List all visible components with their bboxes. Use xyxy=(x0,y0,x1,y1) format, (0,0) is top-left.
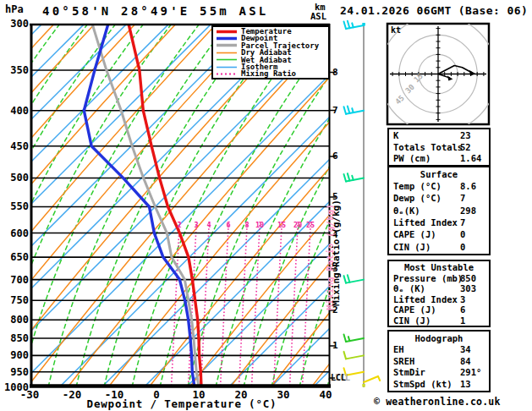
table-row: SREH84 xyxy=(389,356,489,367)
datetime-title: 24.01.2026 06GMT (Base: 06) xyxy=(340,4,528,17)
pressure-tick-label: 550 xyxy=(1,200,29,212)
pressure-tick-label: 900 xyxy=(1,349,29,361)
table-row: PW (cm)1.64 xyxy=(389,153,489,164)
mixing-ratio-value-label: 10 xyxy=(252,221,267,229)
table-row-value: 7 xyxy=(460,193,465,204)
table-row-value: 298 xyxy=(460,206,476,216)
pressure-axis-unit: hPa xyxy=(5,3,24,15)
pressure-tick-label: 850 xyxy=(1,332,29,344)
pressure-tick-label: 400 xyxy=(1,105,29,117)
km-tick-label: 6 xyxy=(332,151,338,162)
table-row-value: 13 xyxy=(460,379,471,390)
skewt-sounding-app: 153045 234681015202530035040045050055060… xyxy=(0,0,532,411)
table-row-label: EH xyxy=(393,344,404,354)
table-row-label: Temp (°C) xyxy=(393,181,442,191)
table-row-value: 52 xyxy=(460,142,471,153)
table-row-value: 8.6 xyxy=(460,181,476,192)
pressure-tick-label: 700 xyxy=(1,274,29,286)
table-row-label: Pressure (mb) xyxy=(393,273,463,283)
table-row-label: θₑ(K) xyxy=(393,206,420,216)
table-row: θₑ(K)298 xyxy=(389,206,489,216)
table-row-value: 3 xyxy=(460,294,465,305)
mixing-ratio-axis-label: Mixing Ratio (g/kg) xyxy=(331,200,342,306)
table-row-value: 850 xyxy=(460,273,476,284)
km-tick-label: 8 xyxy=(332,67,338,78)
pressure-tick-label: 500 xyxy=(1,172,29,184)
table-row: EH34 xyxy=(389,344,489,355)
pressure-tick-label: 950 xyxy=(1,366,29,378)
table-row-value: 0 xyxy=(460,242,465,253)
table-row: Totals Totals52 xyxy=(389,142,489,153)
pressure-tick-label: 650 xyxy=(1,251,29,263)
table-row-value: 303 xyxy=(460,283,476,294)
table-row-label: SREH xyxy=(393,356,414,366)
table-row-value: 1.64 xyxy=(460,153,481,164)
table-header: Most Unstable xyxy=(389,262,489,273)
pressure-tick-label: 300 xyxy=(1,18,29,30)
hodograph-unit-label: kt xyxy=(391,25,401,35)
table-header: Surface xyxy=(389,169,489,180)
table-row-value: 1 xyxy=(460,315,465,326)
asl-axis-unit: ASL xyxy=(310,11,326,21)
table-row-label: K xyxy=(393,130,398,140)
temp-tick-label: 40 xyxy=(309,388,343,401)
table-section: Most UnstablePressure (mb)850θₑ (K)303Li… xyxy=(387,260,491,327)
table-row: θₑ (K)303 xyxy=(389,283,489,294)
table-row-label: CIN (J) xyxy=(393,242,431,252)
table-row-value: 34 xyxy=(460,344,471,355)
legend: TemperatureDewpointParcel TrajectoryDry … xyxy=(211,25,330,79)
table-row: Lifted Index7 xyxy=(389,217,489,228)
temp-tick-label: -30 xyxy=(13,388,47,401)
table-row-label: Totals Totals xyxy=(393,142,463,152)
table-row-label: StmSpd (kt) xyxy=(393,379,452,389)
table-row-label: θₑ (K) xyxy=(393,283,425,293)
table-row-value: 6 xyxy=(460,304,465,315)
table-row: Lifted Index3 xyxy=(389,294,489,305)
table-row: CIN (J)1 xyxy=(389,315,489,326)
table-row: StmSpd (kt)13 xyxy=(389,379,489,390)
table-row-value: 23 xyxy=(460,130,471,141)
table-row-label: Lifted Index xyxy=(393,217,458,227)
table-section: SurfaceTemp (°C)8.6Dewp (°C)7θₑ(K)298Lif… xyxy=(387,166,491,255)
pressure-tick-label: 750 xyxy=(1,294,29,306)
table-row: Dewp (°C)7 xyxy=(389,193,489,204)
station-title: 40°58'N 28°49'E 55m ASL xyxy=(42,4,268,18)
table-row: Temp (°C)8.6 xyxy=(389,181,489,192)
legend-item: Mixing Ratio xyxy=(213,70,328,77)
table-row-value: 0 xyxy=(460,229,465,240)
km-tick-label: 1 xyxy=(332,340,338,351)
x-axis-title: Dewpoint / Temperature (°C) xyxy=(55,397,309,410)
table-row-label: StmDir xyxy=(393,367,425,377)
pressure-tick-label: 450 xyxy=(1,140,29,152)
table-row: CAPE (J)6 xyxy=(389,304,489,315)
mixing-ratio-value-label: 15 xyxy=(274,221,289,229)
table-section: HodographEH34SREH84StmDir291°StmSpd (kt)… xyxy=(387,330,491,392)
table-section: K23Totals Totals52PW (cm)1.64 xyxy=(387,128,491,167)
table-row: CAPE (J)0 xyxy=(389,229,489,240)
table-row: Pressure (mb)850 xyxy=(389,273,489,284)
table-row-label: CAPE (J) xyxy=(393,304,436,315)
table-row-label: CIN (J) xyxy=(393,315,431,326)
table-row: CIN (J)0 xyxy=(389,242,489,253)
mixing-ratio-value-label: 25 xyxy=(303,221,318,229)
table-row: StmDir291° xyxy=(389,367,489,378)
mixing-ratio-value-label: 2 xyxy=(172,221,187,229)
pressure-tick-label: 600 xyxy=(1,227,29,239)
table-row-label: CAPE (J) xyxy=(393,229,436,239)
mixing-ratio-value-label: 6 xyxy=(221,221,236,229)
lcl-label: LCL xyxy=(331,373,346,382)
table-row-value: 291° xyxy=(460,367,481,378)
table-header: Hodograph xyxy=(389,333,489,344)
legend-swatch xyxy=(216,70,238,78)
table-row: K23 xyxy=(389,130,489,141)
pressure-tick-label: 800 xyxy=(1,314,29,326)
table-row-label: Dewp (°C) xyxy=(393,193,442,203)
credit: © weatheronline.co.uk xyxy=(374,396,501,408)
table-row-value: 7 xyxy=(460,217,465,228)
pressure-tick-label: 350 xyxy=(1,64,29,76)
table-row-label: PW (cm) xyxy=(393,153,431,163)
km-tick-label: 7 xyxy=(332,105,338,116)
mixing-ratio-value-label: 4 xyxy=(201,221,217,229)
table-row-value: 84 xyxy=(460,356,471,367)
table-row-label: Lifted Index xyxy=(393,294,458,304)
